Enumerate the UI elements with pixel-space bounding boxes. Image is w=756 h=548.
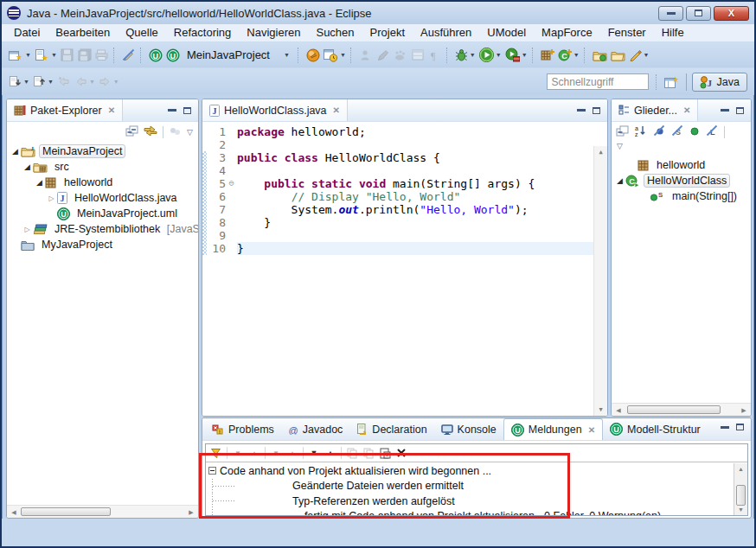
code-line-1[interactable]: 1package helloworld; (202, 125, 593, 138)
format-brush-button[interactable] (375, 46, 392, 65)
code-line-7[interactable]: 7 System.out.println("Hello, World"); (202, 203, 593, 216)
horizontal-scrollbar[interactable]: ◀ ▶ (612, 403, 751, 416)
scroll-down-icon[interactable]: ▼ (734, 507, 747, 513)
minimize-view-icon[interactable] (721, 109, 729, 112)
previous-message-button[interactable]: ▲ (247, 445, 262, 461)
tab-modell-struktur[interactable]: UModell-Struktur (603, 418, 708, 440)
scroll-left-icon[interactable]: ◀ (10, 509, 18, 516)
previous-warning-button[interactable]: ▲ (323, 445, 338, 461)
scrollbar-thumb[interactable] (736, 485, 746, 506)
message-row[interactable]: Typ-Referenzen werden aufgelöst (206, 494, 734, 509)
umodel-update-model-button[interactable]: U (147, 46, 164, 65)
link-with-editor-button[interactable] (144, 124, 157, 140)
show-whitespace-button[interactable]: ¶ (426, 46, 444, 65)
close-button[interactable]: X (714, 6, 749, 21)
mapforce-button[interactable] (304, 46, 322, 65)
umodel-update-code-button[interactable]: U (164, 46, 182, 65)
code-line-3[interactable]: 3public class HelloWorldClass { (202, 151, 593, 164)
tab-gliederung[interactable]: Glieder... ✕ (612, 99, 698, 121)
scrollbar-thumb[interactable] (21, 507, 111, 516)
explorer-item-myjavaproject[interactable]: MyJavaProject (7, 237, 198, 252)
project-selector[interactable]: MeinJavaProject▼ (182, 46, 295, 65)
mark-occurrences-button[interactable] (120, 46, 138, 65)
show-view-table-button[interactable] (409, 46, 426, 65)
tab-konsole[interactable]: Konsole (434, 418, 503, 440)
copy-button[interactable] (344, 445, 360, 461)
hide-static-button[interactable]: S (671, 124, 683, 140)
explorer-item-helloworld[interactable]: ◢helloworld (7, 175, 198, 190)
tab-helloworldclass-java[interactable]: J HelloWorldClass.java ✕ (202, 99, 348, 121)
open-resource-button[interactable] (609, 46, 627, 65)
expander-open-icon[interactable]: ◢ (22, 162, 33, 171)
close-icon[interactable]: ✕ (108, 105, 115, 115)
minimize-view-icon[interactable] (577, 109, 586, 112)
outline-item-helloworldclass[interactable]: ◢CHelloWorldClass (612, 173, 751, 188)
expander-open-icon[interactable]: ◢ (614, 176, 625, 185)
restore-button[interactable] (686, 6, 711, 21)
next-message-button[interactable]: ▼ (230, 445, 246, 461)
vertical-scrollbar[interactable]: ▲ ▼ (734, 463, 747, 515)
minimize-view-icon[interactable] (168, 109, 176, 112)
menu-fenster[interactable]: Fenster (600, 25, 654, 41)
horizontal-scrollbar[interactable]: ◀ ▶ (7, 505, 198, 518)
view-menu-icon[interactable]: ▽ (187, 128, 193, 137)
explorer-item-meinjavaproject[interactable]: ◢JMeinJavaProject (7, 143, 198, 159)
previous-error-button[interactable]: ▲ (285, 445, 300, 461)
code-line-9[interactable]: 9 (202, 229, 593, 242)
menu-bearbeiten[interactable]: Bearbeiten (48, 25, 118, 41)
menu-datei[interactable]: Datei (6, 25, 48, 41)
focus-on-active-task-button[interactable] (169, 124, 182, 140)
outline-item-main-string-[interactable]: Smain(String[]) (612, 188, 751, 204)
clear-messages-button[interactable] (394, 445, 409, 461)
code-line-6[interactable]: 6 // Display "Hello, World" (202, 190, 593, 203)
last-edit-location-button[interactable] (55, 73, 73, 92)
maximize-view-icon[interactable] (736, 107, 744, 114)
hide-non-public-button[interactable] (689, 124, 700, 140)
collapse-all-button[interactable] (125, 124, 138, 140)
menu-quelle[interactable]: Quelle (118, 25, 166, 41)
expander-open-icon[interactable]: ◢ (10, 147, 21, 156)
save-button[interactable] (59, 46, 76, 65)
scroll-up-icon[interactable]: ▲ (594, 149, 607, 156)
maximize-view-icon[interactable] (736, 424, 744, 430)
clean-up-button[interactable] (392, 46, 409, 65)
hide-fields-button[interactable] (653, 124, 665, 140)
save-all-button[interactable] (76, 46, 93, 65)
sort-button[interactable]: az (635, 124, 647, 140)
menu-refactoring[interactable]: Refactoring (166, 25, 239, 41)
java-perspective-button[interactable]: J Java (692, 73, 747, 92)
previous-annotation-button[interactable]: ▼ (31, 73, 55, 92)
scroll-left-icon[interactable]: ◀ (614, 407, 623, 414)
code-line-5[interactable]: 5⊖ public static void main(String[] args… (202, 177, 593, 190)
close-icon[interactable]: ✕ (333, 105, 340, 115)
scroll-right-icon[interactable]: ▶ (740, 407, 748, 414)
fold-collapse-icon[interactable]: ⊖ (226, 177, 237, 190)
scroll-down-icon[interactable]: ▼ (594, 406, 607, 413)
copy-all-button[interactable] (361, 445, 376, 461)
debug-button[interactable]: ▼ (453, 46, 477, 65)
minimize-view-icon[interactable] (721, 426, 729, 429)
vertical-scrollbar[interactable]: ▲ ▼ (593, 146, 607, 416)
run-button[interactable]: ▼ (477, 46, 503, 65)
explorer-item-meinjavaproject-uml[interactable]: UMeinJavaProject.uml (7, 206, 198, 221)
explorer-item-jre-systembibliothek[interactable]: ▷JRE-Systembibliothek [JavaSE-1.7] (7, 221, 198, 237)
scrollbar-thumb[interactable] (627, 405, 721, 414)
maximize-view-icon[interactable] (183, 107, 191, 114)
code-line-8[interactable]: 8 } (202, 216, 593, 229)
minimize-button[interactable] (658, 6, 683, 21)
menu-navigieren[interactable]: Navigieren (239, 25, 308, 41)
quick-access-input[interactable] (547, 73, 649, 90)
next-error-button[interactable]: ▼ (268, 445, 284, 461)
expander-closed-icon[interactable]: ▷ (22, 226, 33, 233)
annotate-pen-button[interactable]: ▼ (627, 46, 651, 65)
close-icon[interactable]: ✕ (683, 105, 690, 115)
menu-mapforce[interactable]: MapForce (534, 25, 600, 41)
close-icon[interactable]: ✕ (588, 425, 595, 435)
new-wizard-button[interactable]: ★▼ (7, 46, 33, 65)
menu-umodel[interactable]: UModel (479, 25, 534, 41)
forward-button[interactable]: ▼ (97, 73, 121, 92)
scroll-up-icon[interactable]: ▲ (734, 466, 747, 472)
outline-item-helloworld[interactable]: helloworld (612, 157, 751, 173)
open-type-button[interactable] (591, 46, 609, 65)
collapse-minus-icon[interactable] (208, 467, 216, 475)
